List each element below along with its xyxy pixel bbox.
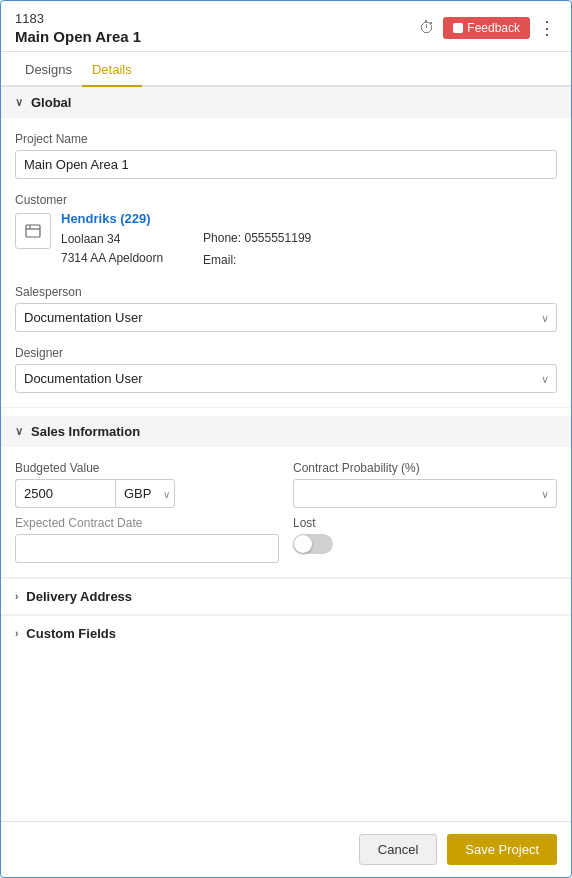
lost-label: Lost: [293, 516, 557, 530]
tab-designs[interactable]: Designs: [15, 54, 82, 87]
sales-chevron-icon: ∨: [15, 425, 23, 438]
sales-section-body: Budgeted Value GBP USD EUR ∨ Contract Pr…: [1, 447, 571, 577]
budgeted-value-label: Budgeted Value: [15, 461, 279, 475]
lost-toggle-container: [293, 534, 557, 554]
record-title: Main Open Area 1: [15, 28, 141, 45]
global-chevron-icon: ∨: [15, 96, 23, 109]
customer-address: Loolaan 34 7314 AA Apeldoorn: [61, 230, 163, 271]
spacer-2: [15, 508, 557, 516]
sales-bottom-row: Expected Contract Date Lost: [15, 516, 557, 563]
feedback-button[interactable]: Feedback: [443, 17, 530, 39]
contract-date-label: Expected Contract Date: [15, 516, 279, 530]
delivery-address-section[interactable]: › Delivery Address: [1, 578, 571, 614]
designer-field: Designer Documentation User ∨: [15, 346, 557, 393]
lost-toggle[interactable]: [293, 534, 333, 554]
designer-select[interactable]: Documentation User: [15, 364, 557, 393]
global-section-body: Project Name Customer Hendriks (229): [1, 118, 571, 407]
feedback-label: Feedback: [467, 21, 520, 35]
email-label: Email:: [203, 253, 236, 267]
project-name-label: Project Name: [15, 132, 557, 146]
customer-contact: Phone: 0555551199 Email:: [203, 228, 311, 271]
custom-fields-chevron-icon: ›: [15, 628, 18, 639]
contract-probability-select-wrapper: 1020305075100 ∨: [293, 479, 557, 508]
customer-phone-row: Phone: 0555551199: [203, 228, 311, 250]
budgeted-value-row: GBP USD EUR ∨: [15, 479, 279, 508]
customer-address-line1: Loolaan 34: [61, 230, 163, 249]
sales-section-header[interactable]: ∨ Sales Information: [1, 416, 571, 447]
custom-fields-title: Custom Fields: [26, 626, 116, 641]
customer-name[interactable]: Hendriks (229): [61, 211, 557, 226]
contract-probability-col: Contract Probability (%) 1020305075100 ∨: [293, 461, 557, 508]
tabs-bar: Designs Details: [1, 54, 571, 87]
customer-address-line2: 7314 AA Apeldoorn: [61, 249, 163, 268]
customer-details: Hendriks (229) Loolaan 34 7314 AA Apeldo…: [61, 211, 557, 271]
contract-probability-select[interactable]: 1020305075100: [293, 479, 557, 508]
customer-icon: [15, 213, 51, 249]
customer-block: Hendriks (229) Loolaan 34 7314 AA Apeldo…: [15, 211, 557, 271]
panel-header: 1183 Main Open Area 1 ⏱ Feedback ⋮: [1, 1, 571, 52]
designer-label: Designer: [15, 346, 557, 360]
contract-probability-label: Contract Probability (%): [293, 461, 557, 475]
customer-field: Customer Hendriks (229) Loolaan 34 7314 …: [15, 193, 557, 271]
salesperson-select-wrapper: Documentation User ∨: [15, 303, 557, 332]
budgeted-value-col: Budgeted Value GBP USD EUR ∨: [15, 461, 279, 508]
phone-value: 0555551199: [244, 231, 311, 245]
phone-label: Phone:: [203, 231, 241, 245]
main-panel: 1183 Main Open Area 1 ⏱ Feedback ⋮ Desig…: [0, 0, 572, 878]
svg-rect-0: [26, 225, 40, 237]
toggle-thumb: [294, 535, 312, 553]
global-section-title: Global: [31, 95, 71, 110]
salesperson-field: Salesperson Documentation User ∨: [15, 285, 557, 332]
designer-select-wrapper: Documentation User ∨: [15, 364, 557, 393]
delivery-address-title: Delivery Address: [26, 589, 132, 604]
kebab-menu-icon[interactable]: ⋮: [538, 19, 557, 37]
currency-select-wrapper: GBP USD EUR ∨: [115, 479, 175, 508]
header-right: ⏱ Feedback ⋮: [419, 17, 557, 39]
global-section-header[interactable]: ∨ Global: [1, 87, 571, 118]
save-project-button[interactable]: Save Project: [447, 834, 557, 865]
lost-col: Lost: [293, 516, 557, 563]
currency-select[interactable]: GBP USD EUR: [115, 479, 175, 508]
tab-details[interactable]: Details: [82, 54, 142, 87]
custom-fields-section[interactable]: › Custom Fields: [1, 615, 571, 651]
header-left: 1183 Main Open Area 1: [15, 11, 141, 45]
budgeted-value-input[interactable]: [15, 479, 115, 508]
panel-footer: Cancel Save Project: [1, 821, 571, 877]
spacer-fill: [1, 651, 571, 821]
customer-label: Customer: [15, 193, 557, 207]
project-name-field: Project Name: [15, 132, 557, 179]
project-name-input[interactable]: [15, 150, 557, 179]
contract-date-input[interactable]: [15, 534, 279, 563]
sales-section-title: Sales Information: [31, 424, 140, 439]
salesperson-select[interactable]: Documentation User: [15, 303, 557, 332]
spacer-1: [1, 408, 571, 416]
contract-date-col: Expected Contract Date: [15, 516, 279, 563]
record-id: 1183: [15, 11, 141, 26]
customer-email-row: Email:: [203, 250, 311, 272]
cancel-button[interactable]: Cancel: [359, 834, 437, 865]
sales-top-row: Budgeted Value GBP USD EUR ∨ Contract Pr…: [15, 461, 557, 508]
salesperson-label: Salesperson: [15, 285, 557, 299]
feedback-icon: [453, 23, 463, 33]
delivery-chevron-icon: ›: [15, 591, 18, 602]
history-icon[interactable]: ⏱: [419, 19, 435, 37]
